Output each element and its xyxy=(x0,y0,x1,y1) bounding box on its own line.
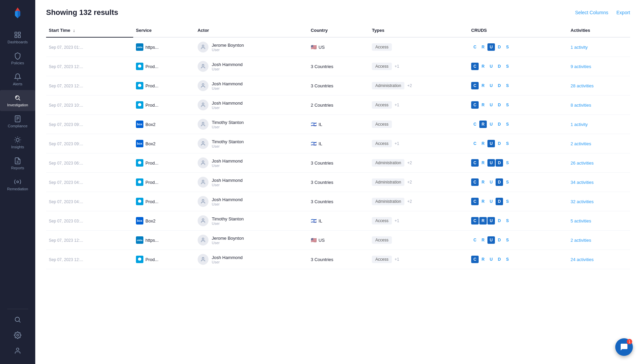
cruds-cell: CRUDS xyxy=(471,217,565,224)
svg-point-42 xyxy=(202,257,204,259)
activities-link[interactable]: 8 activities xyxy=(570,103,591,108)
select-columns-button[interactable]: Select Columns xyxy=(575,10,608,15)
svg-rect-5 xyxy=(18,32,20,34)
actor-name: Josh Hammond xyxy=(212,255,243,260)
sidebar-item-alerts[interactable]: Alerts xyxy=(0,69,35,90)
actor-info: Josh Hammond User xyxy=(212,101,243,110)
crud-d: D xyxy=(496,43,503,51)
activities-link[interactable]: 26 activities xyxy=(570,160,594,166)
actor-cell: Josh Hammond User xyxy=(198,254,305,265)
timestamp: Sep 07, 2023 04:... xyxy=(49,180,83,185)
table-row[interactable]: Sep 07, 2023 01:... okta https... Jerome… xyxy=(46,37,630,57)
country-cell: 2 Countries xyxy=(311,103,367,108)
actor-info: Jerome Boynton User xyxy=(212,236,244,245)
header-actions: Select Columns Export xyxy=(575,10,630,15)
sidebar-user-button[interactable] xyxy=(0,343,35,359)
table-row[interactable]: Sep 07, 2023 03:... box Box2 Timothy Sta… xyxy=(46,211,630,231)
crud-d: D xyxy=(496,178,503,186)
type-extra: +2 xyxy=(407,180,412,185)
service-name: Prod... xyxy=(145,64,158,69)
table-row[interactable]: Sep 07, 2023 12:... okta https... Jerome… xyxy=(46,231,630,250)
table-row[interactable]: Sep 07, 2023 12:... Prod... Josh Hammond… xyxy=(46,76,630,95)
main-content: Showing 132 results Select Columns Expor… xyxy=(35,0,641,364)
crud-r: R xyxy=(479,159,487,167)
actor-name: Timothy Stanton xyxy=(212,139,244,144)
sidebar-item-remediation[interactable]: Remediation xyxy=(0,174,35,195)
actor-name: Jerome Boynton xyxy=(212,43,244,48)
activities-link[interactable]: 2 activities xyxy=(570,141,591,146)
col-cruds[interactable]: CRUDS xyxy=(468,22,568,37)
table-row[interactable]: Sep 07, 2023 12:... Prod... Josh Hammond… xyxy=(46,57,630,76)
sidebar-search-button[interactable] xyxy=(0,312,35,327)
actor-name: Josh Hammond xyxy=(212,62,243,67)
table-row[interactable]: Sep 07, 2023 10:... Prod... Josh Hammond… xyxy=(46,95,630,115)
timestamp: Sep 07, 2023 12:... xyxy=(49,238,83,243)
cruds-cell: CRUDS xyxy=(471,82,565,89)
country-value: IL xyxy=(319,141,322,146)
service-name: Prod... xyxy=(145,257,158,262)
crud-s: S xyxy=(504,217,511,224)
service-cell: Prod... xyxy=(136,101,192,109)
actor-cell: Timothy Stanton User xyxy=(198,119,305,130)
crud-d: D xyxy=(496,121,503,128)
country-value: 3 Countries xyxy=(311,199,333,204)
activities-link[interactable]: 32 activities xyxy=(570,199,594,204)
col-actor[interactable]: Actor xyxy=(195,22,308,37)
country-value: 3 Countries xyxy=(311,160,333,166)
export-button[interactable]: Export xyxy=(617,10,630,15)
crud-s: S xyxy=(504,121,511,128)
table-row[interactable]: Sep 07, 2023 09:... box Box2 Timothy Sta… xyxy=(46,115,630,134)
activities-link[interactable]: 9 activities xyxy=(570,64,591,69)
table-row[interactable]: Sep 07, 2023 12:... Prod... Josh Hammond… xyxy=(46,250,630,269)
activities-link[interactable]: 1 activity xyxy=(570,45,588,50)
activities-link[interactable]: 28 activities xyxy=(570,83,594,88)
avatar xyxy=(198,157,208,168)
type-extra: +2 xyxy=(407,199,412,204)
svg-line-23 xyxy=(20,137,20,138)
types-cell: Access +1 xyxy=(372,101,466,109)
svg-rect-6 xyxy=(15,36,17,38)
timestamp: Sep 07, 2023 10:... xyxy=(49,103,83,108)
sort-icon: ↓ xyxy=(73,28,75,33)
activities-link[interactable]: 2 activities xyxy=(570,238,591,243)
actor-info: Josh Hammond User xyxy=(212,178,243,187)
crud-u: U xyxy=(487,159,495,167)
types-cell: Administration +2 xyxy=(372,159,466,167)
avatar xyxy=(198,119,208,130)
col-service[interactable]: Service xyxy=(133,22,195,37)
sidebar: Dashboards Policies Alerts Investigation… xyxy=(0,0,35,364)
activities-link[interactable]: 1 activity xyxy=(570,122,588,127)
crud-s: S xyxy=(504,198,511,205)
cruds-cell: CRUDS xyxy=(471,236,565,244)
activities-link[interactable]: 5 activities xyxy=(570,218,591,223)
table-row[interactable]: Sep 07, 2023 04:... Prod... Josh Hammond… xyxy=(46,192,630,211)
svg-point-29 xyxy=(17,334,19,336)
svg-rect-4 xyxy=(15,32,17,34)
logo[interactable] xyxy=(10,5,25,22)
crud-c: C xyxy=(471,101,479,109)
activities-link[interactable]: 24 activities xyxy=(570,257,594,262)
chat-button[interactable]: 1 xyxy=(615,338,633,356)
sidebar-item-policies[interactable]: Policies xyxy=(0,48,35,69)
activities-link[interactable]: 34 activities xyxy=(570,180,594,185)
sidebar-item-insights[interactable]: Insights xyxy=(0,132,35,153)
svg-point-32 xyxy=(202,64,204,66)
cruds-cell: CRUDS xyxy=(471,63,565,70)
sidebar-settings-button[interactable] xyxy=(0,327,35,343)
col-activities[interactable]: Activities xyxy=(568,22,630,37)
col-country[interactable]: Country xyxy=(308,22,369,37)
table-row[interactable]: Sep 07, 2023 04:... Prod... Josh Hammond… xyxy=(46,173,630,192)
sidebar-item-dashboards[interactable]: Dashboards xyxy=(0,27,35,48)
table-row[interactable]: Sep 07, 2023 06:... Prod... Josh Hammond… xyxy=(46,153,630,173)
sidebar-item-investigation[interactable]: Investigation xyxy=(0,90,35,111)
crud-r: R xyxy=(479,198,487,205)
col-start-time[interactable]: Start Time ↓ xyxy=(46,22,133,37)
sidebar-item-reports[interactable]: Reports xyxy=(0,153,35,174)
sidebar-item-compliance[interactable]: Compliance xyxy=(0,111,35,132)
service-name: Prod... xyxy=(145,199,158,204)
sidebar-label-policies: Policies xyxy=(11,61,24,65)
type-badge: Access xyxy=(372,236,392,244)
table-row[interactable]: Sep 07, 2023 09:... box Box2 Timothy Sta… xyxy=(46,134,630,153)
col-types[interactable]: Types xyxy=(369,22,468,37)
cruds-cell: CRUDS xyxy=(471,159,565,167)
